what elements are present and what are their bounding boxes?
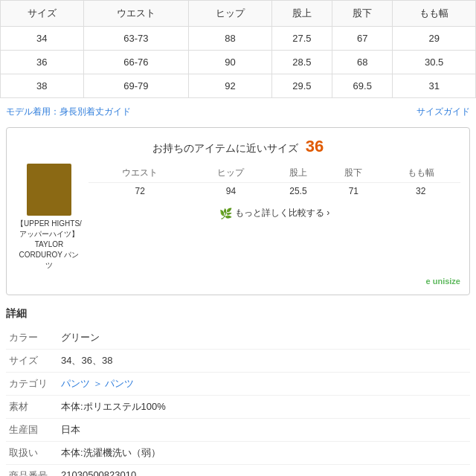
measure-value: 72 bbox=[89, 183, 191, 200]
measure-value: 25.5 bbox=[271, 183, 326, 200]
measure-header: 股上 bbox=[271, 164, 326, 183]
product-name: 【UPPER HIGHTS/アッパーハイツ】TAYLOR CORDUROY パン… bbox=[16, 219, 83, 271]
size-table-header: ヒップ bbox=[189, 1, 272, 27]
detail-label: 取扱い bbox=[6, 442, 58, 465]
size-table-header: もも幅 bbox=[393, 1, 476, 27]
detail-value: 本体:ポリエステル100% bbox=[58, 396, 470, 419]
unisize-footer: e unisize bbox=[16, 277, 460, 286]
size-table-cell: 36 bbox=[1, 51, 84, 74]
detail-label: 生産国 bbox=[6, 419, 58, 442]
recommended-size: 36 bbox=[306, 137, 324, 155]
detail-row: 商品番号21030500823010 bbox=[6, 465, 470, 477]
detail-link[interactable]: パンツ ＞ パンツ bbox=[61, 378, 134, 389]
size-table-cell: 34 bbox=[1, 27, 84, 51]
measure-header: ウエスト bbox=[89, 164, 191, 183]
unisize-logo: e unisize bbox=[426, 277, 460, 286]
measure-header: 股下 bbox=[326, 164, 381, 183]
details-table: カラーグリーンサイズ34、36、38カテゴリパンツ ＞ パンツ素材本体:ポリエス… bbox=[6, 327, 470, 476]
detail-value: 21030500823010 bbox=[58, 465, 470, 477]
product-thumbnail bbox=[27, 164, 71, 216]
detail-label: カテゴリ bbox=[6, 373, 58, 396]
size-table-header: 股下 bbox=[332, 1, 393, 27]
detail-row: 素材本体:ポリエステル100% bbox=[6, 396, 470, 419]
size-table: サイズウエストヒップ股上股下もも幅 3463-738827.567293666-… bbox=[0, 0, 476, 98]
detail-row: カテゴリパンツ ＞ パンツ bbox=[6, 373, 470, 396]
detail-label: 素材 bbox=[6, 396, 58, 419]
detail-value: グリーン bbox=[58, 327, 470, 350]
detail-value: 34、36、38 bbox=[58, 350, 470, 373]
unisize-measure-table: ウエストヒップ股上股下もも幅 729425.57132 bbox=[89, 164, 460, 199]
size-table-cell: 90 bbox=[189, 51, 272, 74]
detail-row: 取扱い本体:洗濯機洗い（弱） bbox=[6, 442, 470, 465]
model-link-row: モデル着用：身長別着丈ガイド サイズガイド bbox=[0, 103, 476, 127]
unisize-box: お持ちのアイテムに近いサイズ 36 【UPPER HIGHTS/アッパーハイツ】… bbox=[6, 127, 470, 295]
detail-value: 日本 bbox=[58, 419, 470, 442]
size-table-cell: 38 bbox=[1, 74, 84, 98]
leaf-icon: 🌿 bbox=[219, 208, 232, 219]
size-guide-link[interactable]: サイズガイド bbox=[416, 106, 470, 118]
detail-row: カラーグリーン bbox=[6, 327, 470, 350]
size-table-cell: 68 bbox=[332, 51, 393, 74]
unisize-product: 【UPPER HIGHTS/アッパーハイツ】TAYLOR CORDUROY パン… bbox=[16, 164, 83, 271]
size-table-cell: 31 bbox=[393, 74, 476, 98]
detail-row: サイズ34、36、38 bbox=[6, 350, 470, 373]
unisize-inner: 【UPPER HIGHTS/アッパーハイツ】TAYLOR CORDUROY パン… bbox=[16, 164, 460, 271]
details-section: 詳細 カラーグリーンサイズ34、36、38カテゴリパンツ ＞ パンツ素材本体:ポ… bbox=[0, 307, 476, 476]
compare-link[interactable]: もっと詳しく比較する › bbox=[235, 207, 329, 219]
detail-label: カラー bbox=[6, 327, 58, 350]
size-table-header: 股上 bbox=[271, 1, 332, 27]
size-table-cell: 27.5 bbox=[271, 27, 332, 51]
size-table-cell: 92 bbox=[189, 74, 272, 98]
size-table-cell: 28.5 bbox=[271, 51, 332, 74]
size-table-row: 3666-769028.56830.5 bbox=[1, 51, 476, 74]
unisize-compare[interactable]: 🌿 もっと詳しく比較する › bbox=[89, 207, 460, 219]
detail-label: サイズ bbox=[6, 350, 58, 373]
size-table-row: 3869-799229.569.531 bbox=[1, 74, 476, 98]
size-table-cell: 88 bbox=[189, 27, 272, 51]
detail-row: 生産国日本 bbox=[6, 419, 470, 442]
size-table-cell: 67 bbox=[332, 27, 393, 51]
size-table-cell: 29 bbox=[393, 27, 476, 51]
unisize-header-text: お持ちのアイテムに近いサイズ bbox=[152, 142, 298, 154]
measure-value: 71 bbox=[326, 183, 381, 200]
details-wrapper: 詳細 カラーグリーンサイズ34、36、38カテゴリパンツ ＞ パンツ素材本体:ポ… bbox=[0, 307, 476, 476]
size-table-header: ウエスト bbox=[83, 1, 189, 27]
measure-header: ヒップ bbox=[191, 164, 270, 183]
size-table-cell: 30.5 bbox=[393, 51, 476, 74]
detail-value[interactable]: パンツ ＞ パンツ bbox=[58, 373, 470, 396]
size-table-cell: 66-76 bbox=[83, 51, 189, 74]
compare-text: もっと詳しく比較する bbox=[235, 208, 324, 218]
detail-label: 商品番号 bbox=[6, 465, 58, 477]
measure-value: 94 bbox=[191, 183, 270, 200]
chevron-right-icon: › bbox=[327, 208, 329, 218]
size-table-cell: 69.5 bbox=[332, 74, 393, 98]
unisize-header: お持ちのアイテムに近いサイズ 36 bbox=[16, 137, 460, 156]
measure-value: 32 bbox=[382, 183, 460, 200]
detail-value: 本体:洗濯機洗い（弱） bbox=[58, 442, 470, 465]
size-table-row: 3463-738827.56729 bbox=[1, 27, 476, 51]
size-table-cell: 29.5 bbox=[271, 74, 332, 98]
size-table-cell: 69-79 bbox=[83, 74, 189, 98]
model-link-left[interactable]: モデル着用：身長別着丈ガイド bbox=[6, 106, 131, 118]
size-table-header: サイズ bbox=[1, 1, 84, 27]
details-title: 詳細 bbox=[6, 307, 470, 321]
measure-header: もも幅 bbox=[382, 164, 460, 183]
size-table-cell: 63-73 bbox=[83, 27, 189, 51]
unisize-data: ウエストヒップ股上股下もも幅 729425.57132 🌿 もっと詳しく比較する… bbox=[89, 164, 460, 219]
